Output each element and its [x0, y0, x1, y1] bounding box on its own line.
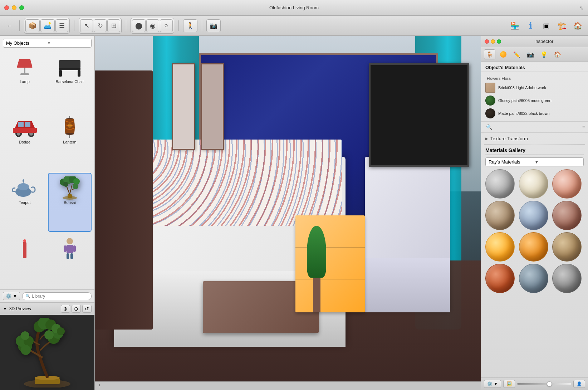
- search-box[interactable]: 🔍: [22, 292, 92, 300]
- brick-swatch: [485, 83, 495, 93]
- material-category-row: Flowers Flora: [484, 73, 585, 81]
- toolbar-sofa-btn[interactable]: 🛋️: [40, 19, 55, 32]
- zoom-in-button[interactable]: ⊕: [61, 305, 70, 313]
- material-ball-gray-floral[interactable]: [485, 169, 515, 199]
- close-button[interactable]: [4, 5, 9, 10]
- texture-transform-header[interactable]: ▶ Texture Transform: [485, 135, 584, 142]
- object-item-dodge[interactable]: Dodge: [3, 112, 46, 171]
- inspector-person-btn[interactable]: 👤: [573, 380, 585, 388]
- home-icon: 🏠: [573, 21, 582, 30]
- object-item-lantern[interactable]: Lantern: [48, 112, 92, 171]
- search-input[interactable]: [32, 294, 88, 299]
- matte-name: Matte paint/8022 black brown: [498, 111, 550, 116]
- material-ball-blue-argyle[interactable]: [519, 201, 548, 230]
- eyedropper-btn[interactable]: 🔍: [484, 123, 494, 131]
- material-ball-rust-worn[interactable]: [552, 201, 582, 230]
- home-btn[interactable]: 🏠: [571, 19, 584, 33]
- glossy-name: Glossy paint/6005 moss green: [498, 98, 552, 103]
- tab-pencil[interactable]: ✏️: [511, 49, 523, 59]
- info-btn[interactable]: ℹ: [524, 19, 537, 33]
- material-ball-tan-damask[interactable]: [485, 201, 515, 230]
- object-item-teapot[interactable]: Teapot: [3, 173, 46, 232]
- render-btn[interactable]: ○: [160, 19, 173, 32]
- material-ball-orange-dark[interactable]: [485, 264, 515, 293]
- hamburger-menu-btn[interactable]: ≡: [582, 124, 585, 130]
- cursor-tool-btn[interactable]: ↖: [80, 19, 93, 32]
- camera-btn[interactable]: 📷: [206, 19, 221, 32]
- tab-home[interactable]: 🏠: [552, 49, 563, 59]
- svg-rect-33: [23, 255, 26, 258]
- toolbar-list-btn[interactable]: ☰: [55, 19, 68, 32]
- object-item-figure[interactable]: [48, 233, 92, 288]
- material-item-glossy[interactable]: Glossy paint/6005 moss green: [484, 94, 585, 107]
- inspector-image-btn[interactable]: 🖼️: [503, 380, 515, 388]
- material-ball-blue-gray[interactable]: [519, 264, 548, 293]
- lantern-thumbnail: [55, 116, 84, 139]
- material-item-matte[interactable]: Matte paint/8022 black brown: [484, 107, 585, 120]
- material-item-brick[interactable]: Brick/003 Light Adobe-work: [484, 81, 585, 94]
- tab-camera[interactable]: 📷: [525, 49, 536, 59]
- zoom-out-button[interactable]: ⊖: [72, 305, 81, 313]
- brick-name: Brick/003 Light Adobe-work: [498, 85, 546, 90]
- svg-line-20: [67, 187, 70, 194]
- wire-btn[interactable]: ◉: [146, 19, 159, 32]
- tab-light[interactable]: 💡: [538, 49, 550, 59]
- refresh-button[interactable]: ↺: [82, 305, 92, 313]
- toolbar-separator-1: [19, 20, 20, 31]
- slider-track[interactable]: [517, 383, 571, 385]
- gallery-dropdown[interactable]: Ray's Materials ▼: [485, 157, 584, 166]
- resize-icon: ⤡: [579, 5, 584, 11]
- cursor-icon: ↖: [84, 22, 89, 30]
- transform-tool-btn[interactable]: ⊞: [107, 19, 120, 32]
- object-item-barselona-chair[interactable]: Barselona Chair: [48, 52, 92, 111]
- preview-header[interactable]: ▼ 3D Preview ⊕ ⊖ ↺: [0, 303, 94, 315]
- material-ball-orange-bright[interactable]: [485, 232, 515, 262]
- rotate-tool-btn[interactable]: ↻: [94, 19, 107, 32]
- object-item-lamp[interactable]: Lamp: [3, 52, 46, 111]
- inspector-min-btn[interactable]: [491, 39, 495, 44]
- object-item-cactus[interactable]: [3, 233, 46, 288]
- solid-btn[interactable]: ⬤: [132, 19, 146, 32]
- toolbar-furniture-btn[interactable]: 📦: [25, 19, 40, 32]
- tab-furniture[interactable]: 🪑: [484, 49, 495, 59]
- back-button[interactable]: ←: [4, 21, 15, 30]
- minimize-button[interactable]: [12, 5, 16, 10]
- inspector-person-icon: 👤: [577, 381, 582, 386]
- svg-rect-3: [59, 60, 80, 68]
- gallery-header-label: Materials Gallery: [485, 147, 525, 153]
- maximize-button[interactable]: [19, 5, 24, 10]
- inspector-title: Inspector: [503, 39, 584, 44]
- walk-btn[interactable]: 🚶: [183, 19, 197, 32]
- tab-material-ball[interactable]: [498, 49, 509, 59]
- svg-point-32: [23, 239, 26, 242]
- solid-off-icon: ⬤: [135, 22, 142, 30]
- bonsai-preview-svg: [15, 318, 79, 387]
- svg-rect-9: [18, 122, 24, 127]
- material-ball-cream-floral[interactable]: [519, 169, 548, 199]
- object-type-group: 📦 🛋️ ☰: [24, 18, 70, 34]
- object-item-bonsai[interactable]: Bonsai: [48, 173, 92, 232]
- furniture-catalog-btn[interactable]: 🏪: [508, 19, 521, 33]
- slider-thumb[interactable]: [547, 381, 552, 386]
- camera-tab-icon: 📷: [527, 51, 534, 58]
- texture-transform-label: Texture Transform: [490, 136, 528, 141]
- main-content: My Objects ▼ Lamp: [0, 36, 588, 390]
- layout-btn[interactable]: ▣: [539, 19, 553, 33]
- toolbar-separator-4: [178, 20, 179, 31]
- scene-btn[interactable]: 🏗️: [555, 19, 569, 33]
- dodge-thumbnail: [10, 116, 39, 139]
- material-ball-gray-stone[interactable]: [552, 264, 582, 293]
- inspector-gear-btn[interactable]: ⚙️ ▼: [484, 380, 501, 388]
- inspector-close-btn[interactable]: [485, 39, 489, 44]
- center-view[interactable]: ⋮: [95, 36, 481, 390]
- inspector-max-btn[interactable]: [497, 39, 501, 44]
- material-ball-tan-wood[interactable]: [552, 232, 582, 262]
- gear-button[interactable]: ⚙️ ▼: [3, 292, 20, 300]
- title-bar-right: ⤡: [579, 5, 584, 11]
- eyedropper-icon: 🔍: [486, 124, 492, 130]
- material-ball-orange-mid[interactable]: [519, 232, 548, 262]
- svg-rect-8: [13, 128, 37, 133]
- flowers-flora-label: Flowers Flora: [487, 76, 511, 81]
- material-ball-red-floral[interactable]: [552, 169, 582, 199]
- objects-dropdown[interactable]: My Objects ▼: [3, 39, 92, 48]
